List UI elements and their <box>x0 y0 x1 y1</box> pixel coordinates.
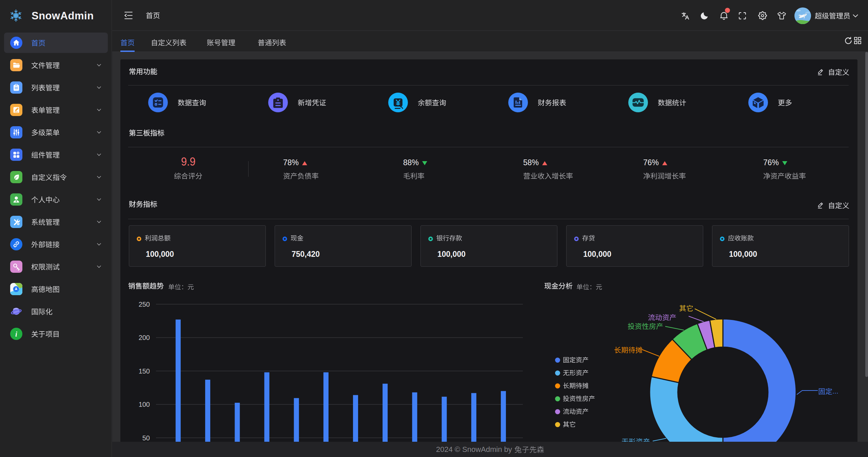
svg-text:100: 100 <box>139 401 150 408</box>
svg-text:i: i <box>15 330 17 338</box>
svg-text:250: 250 <box>139 301 150 308</box>
svg-text:150: 150 <box>139 367 150 375</box>
svg-text:50: 50 <box>142 434 150 442</box>
svg-text:200: 200 <box>139 334 150 341</box>
